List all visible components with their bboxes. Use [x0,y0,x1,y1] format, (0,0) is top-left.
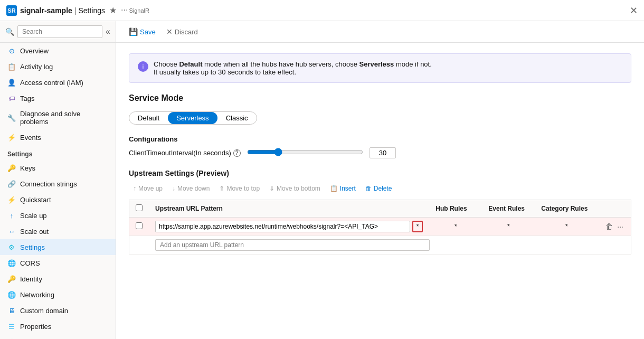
sidebar-item-tags[interactable]: 🏷 Tags [0,90,116,106]
page-title: Settings [78,6,105,15]
cors-icon: 🌐 [7,259,16,267]
sidebar-item-properties[interactable]: ☰ Properties [0,318,116,334]
content-area: 💾 Save ✕ Discard i Choose Default mode w… [116,21,644,339]
upstream-toolbar: ↑ Move up ↓ Move down ⇑ Move to top ⇓ Mo… [129,183,631,194]
iam-icon: 👤 [7,78,16,87]
sidebar-item-iam[interactable]: 👤 Access control (IAM) [0,74,116,90]
save-icon: 💾 [129,27,138,36]
category-rules-cell: * [535,218,598,236]
col-category-rules: Category Rules [535,200,598,218]
add-pattern-input[interactable] [155,239,430,251]
search-input[interactable] [17,25,102,38]
more-icon[interactable]: ··· [121,5,128,15]
sidebar-item-label: Custom domain [20,307,68,315]
row-checkbox[interactable] [136,222,143,229]
sidebar-item-label: Scale out [20,228,49,236]
row-more-button[interactable]: ··· [616,221,624,232]
sidebar-item-locks[interactable]: 🔒 Locks [0,334,116,339]
slider-row: ClientTimeoutInterval(In seconds) ? 30 [129,147,631,158]
discard-icon: ✕ [166,27,173,36]
title-bar-actions: ★ ··· [109,5,128,15]
sidebar-item-scale-out[interactable]: ↔ Scale out [0,223,116,239]
url-action-button[interactable]: * [412,221,423,232]
move-down-icon: ↓ [172,185,175,192]
hub-rules-cell: * [429,218,482,236]
sidebar-item-label: Settings [20,243,45,251]
sidebar-item-label: Overview [20,47,49,55]
move-up-icon: ↑ [133,185,136,192]
sidebar-item-label: Networking [20,291,54,299]
title-bar: SR signalr-sample | Settings ★ ··· Signa… [0,0,644,21]
move-to-top-button[interactable]: ⇑ Move to top [215,183,264,194]
move-to-bottom-icon: ⇓ [269,185,274,192]
sidebar-item-identity[interactable]: 🔑 Identity [0,271,116,287]
upstream-table: Upstream URL Pattern Hub Rules Event Rul… [129,200,631,255]
tab-classic[interactable]: Classic [217,112,257,124]
upstream-section: Upstream Settings (Preview) ↑ Move up ↓ … [129,169,631,255]
col-event-rules: Event Rules [482,200,535,218]
add-pattern-row [129,236,631,255]
row-delete-button[interactable]: 🗑 [604,221,614,232]
row-checkbox-cell [129,218,149,236]
table-row: * * * * 🗑 ··· [129,218,631,236]
settings-section-label: Settings [0,145,116,160]
sidebar-item-label: Keys [20,164,35,172]
tab-default[interactable]: Default [129,112,168,124]
url-input[interactable] [155,221,410,232]
service-mode-title: Service Mode [129,93,631,103]
slider-wrap [247,148,363,158]
sidebar-item-networking[interactable]: 🌐 Networking [0,287,116,303]
app-name: signalr-sample [20,6,72,15]
sidebar-item-scale-up[interactable]: ↑ Scale up [0,208,116,223]
quickstart-icon: ⚡ [7,195,16,204]
sidebar-item-custom-domain[interactable]: 🖥 Custom domain [0,303,116,318]
delete-button[interactable]: 🗑 Delete [361,183,396,194]
sidebar-item-settings[interactable]: ⚙ Settings [0,239,116,255]
add-pattern-cell [149,236,631,255]
discard-button[interactable]: ✕ Discard [162,25,202,38]
slider-value-input[interactable]: 30 [370,147,396,158]
sidebar-item-events[interactable]: ⚡ Events [0,129,116,145]
save-label: Save [140,28,156,36]
move-up-button[interactable]: ↑ Move up [129,183,167,194]
sidebar-item-label: Connection strings [20,180,77,188]
identity-icon: 🔑 [7,275,16,283]
sidebar-item-quickstart[interactable]: ⚡ Quickstart [0,192,116,208]
search-icon: 🔍 [5,27,14,36]
connection-icon: 🔗 [7,180,16,188]
info-banner: i Choose Default mode when all the hubs … [129,53,631,83]
sidebar: 🔍 « ⊙ Overview 📋 Activity log 👤 Access c… [0,21,116,339]
collapse-sidebar-icon[interactable]: « [106,27,110,36]
upstream-title: Upstream Settings (Preview) [129,169,631,177]
close-icon[interactable]: ✕ [630,5,638,16]
info-icon: i [138,61,148,72]
info-circle-icon: ? [233,149,241,157]
app-icon: SR [6,5,17,16]
favorite-icon[interactable]: ★ [109,5,117,15]
properties-icon: ☰ [7,322,16,331]
timeout-slider[interactable] [247,148,363,156]
sidebar-item-connection-strings[interactable]: 🔗 Connection strings [0,176,116,192]
sidebar-item-diagnose[interactable]: 🔧 Diagnose and solve problems [0,106,116,129]
configurations-section: Configurations ClientTimeoutInterval(In … [129,135,631,158]
insert-icon: 📋 [330,185,338,192]
sidebar-item-label: CORS [20,259,40,267]
tab-serverless[interactable]: Serverless [168,112,217,124]
content-toolbar: 💾 Save ✕ Discard [116,21,644,43]
move-down-button[interactable]: ↓ Move down [168,183,214,194]
keys-icon: 🔑 [7,164,16,172]
customdomain-icon: 🖥 [7,306,16,315]
diagnose-icon: 🔧 [7,114,16,122]
insert-button[interactable]: 📋 Insert [326,183,360,194]
save-button[interactable]: 💾 Save [125,25,160,38]
events-icon: ⚡ [7,133,16,142]
sidebar-item-activity-log[interactable]: 📋 Activity log [0,59,116,74]
sidebar-scroll: ⊙ Overview 📋 Activity log 👤 Access contr… [0,43,116,339]
select-all-checkbox[interactable] [136,204,143,211]
sidebar-item-overview[interactable]: ⊙ Overview [0,43,116,59]
sidebar-item-keys[interactable]: 🔑 Keys [0,160,116,176]
move-to-bottom-button[interactable]: ⇓ Move to bottom [265,183,325,194]
event-rules-cell: * [482,218,535,236]
sidebar-item-cors[interactable]: 🌐 CORS [0,255,116,271]
networking-icon: 🌐 [7,290,16,299]
